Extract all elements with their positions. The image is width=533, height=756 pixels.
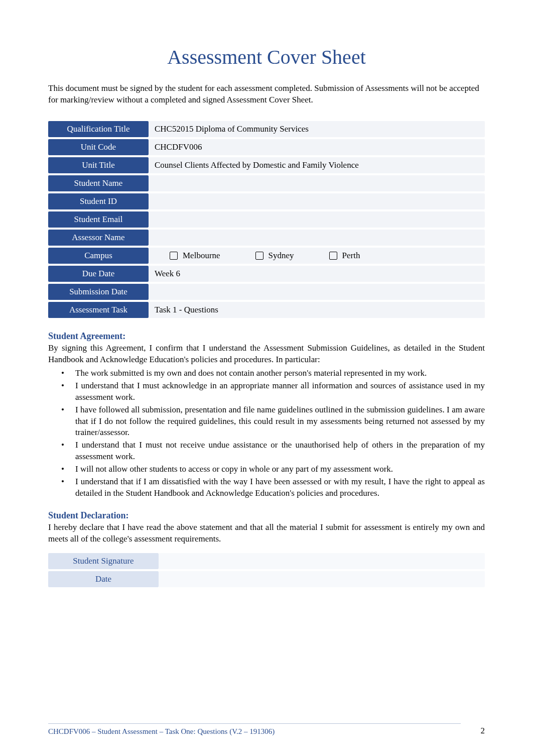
student-declaration-heading: Student Declaration: (48, 510, 485, 521)
campus-sydney-label: Sydney (269, 251, 294, 261)
page-footer: CHCDFV006 – Student Assessment – Task On… (48, 723, 485, 736)
list-item: The work submitted is my own and does no… (61, 368, 485, 379)
student-id-value[interactable] (149, 193, 485, 209)
intro-text: This document must be signed by the stud… (48, 83, 485, 106)
agreement-bullets: The work submitted is my own and does no… (48, 368, 485, 499)
list-item: I have followed all submission, presenta… (61, 404, 485, 439)
student-agreement-heading: Student Agreement: (48, 331, 485, 342)
campus-value: Melbourne Sydney Perth (149, 248, 485, 264)
student-signature-value[interactable] (159, 553, 485, 569)
student-email-label: Student Email (48, 211, 149, 228)
unit-code-label: Unit Code (48, 139, 149, 155)
assessor-name-label: Assessor Name (48, 230, 149, 246)
qualification-title-value: CHC52015 Diploma of Community Services (149, 121, 485, 137)
student-agreement-intro: By signing this Agreement, I confirm tha… (48, 343, 485, 366)
list-item: I understand that I must not receive und… (61, 440, 485, 463)
student-declaration-text: I hereby declare that I have read the ab… (48, 522, 485, 545)
unit-code-value: CHCDFV006 (149, 139, 485, 155)
submission-date-value[interactable] (149, 284, 485, 300)
assessment-task-label: Assessment Task (48, 302, 149, 318)
footer-text: CHCDFV006 – Student Assessment – Task On… (48, 727, 275, 735)
unit-title-label: Unit Title (48, 157, 149, 173)
checkbox-icon (170, 252, 178, 260)
student-signature-label: Student Signature (48, 553, 159, 569)
due-date-label: Due Date (48, 266, 149, 282)
assessment-task-value: Task 1 - Questions (149, 302, 485, 318)
campus-option-perth[interactable]: Perth (329, 251, 360, 261)
campus-melbourne-label: Melbourne (183, 251, 220, 261)
campus-label: Campus (48, 248, 149, 264)
page-title: Assessment Cover Sheet (48, 45, 485, 69)
checkbox-icon (329, 252, 337, 260)
signature-date-value[interactable] (159, 571, 485, 587)
list-item: I will not allow other students to acces… (61, 464, 485, 475)
student-name-label: Student Name (48, 175, 149, 191)
campus-perth-label: Perth (342, 251, 360, 261)
info-table: Qualification Title CHC52015 Diploma of … (48, 119, 485, 320)
due-date-value: Week 6 (149, 266, 485, 282)
unit-title-value: Counsel Clients Affected by Domestic and… (149, 157, 485, 173)
list-item: I understand that if I am dissatisfied w… (61, 476, 485, 499)
checkbox-icon (255, 252, 263, 260)
student-email-value[interactable] (149, 211, 485, 228)
campus-option-melbourne[interactable]: Melbourne (170, 251, 220, 261)
signature-table: Student Signature Date (48, 551, 485, 589)
signature-date-label: Date (48, 571, 159, 587)
qualification-title-label: Qualification Title (48, 121, 149, 137)
assessor-name-value[interactable] (149, 230, 485, 246)
student-id-label: Student ID (48, 193, 149, 209)
submission-date-label: Submission Date (48, 284, 149, 300)
list-item: I understand that I must acknowledge in … (61, 380, 485, 403)
student-name-value[interactable] (149, 175, 485, 191)
page-number: 2 (481, 726, 485, 736)
campus-option-sydney[interactable]: Sydney (255, 251, 294, 261)
